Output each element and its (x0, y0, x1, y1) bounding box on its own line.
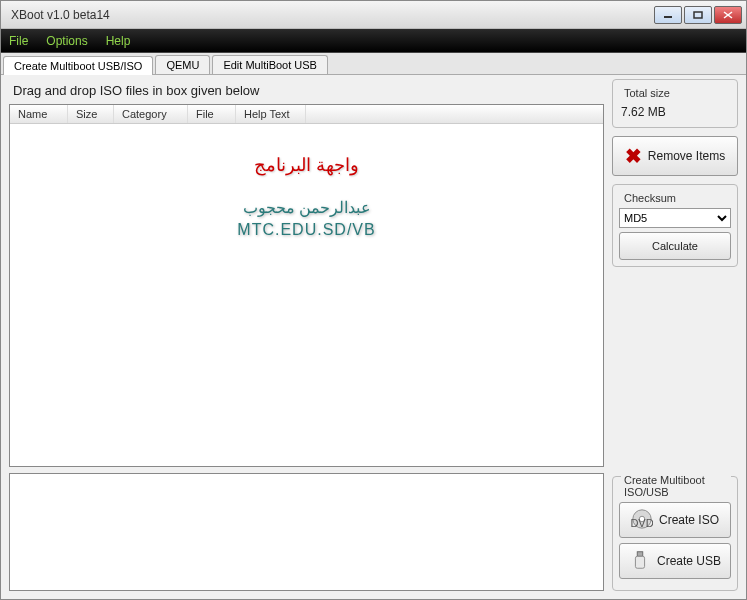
col-file[interactable]: File (188, 105, 236, 123)
remove-items-button[interactable]: ✖ Remove Items (612, 136, 738, 176)
col-name[interactable]: Name (10, 105, 68, 123)
menu-help[interactable]: Help (106, 34, 131, 48)
menubar: File Options Help (1, 29, 746, 53)
col-category[interactable]: Category (114, 105, 188, 123)
checksum-group: Checksum MD5 Calculate (612, 184, 738, 267)
titlebar: XBoot v1.0 beta14 (1, 1, 746, 29)
tab-qemu[interactable]: QEMU (155, 55, 210, 74)
window-controls (654, 6, 742, 24)
watermark-overlay: واجهة البرنامج عبدالرحمن محجوب MTC.EDU.S… (10, 154, 603, 239)
create-group: Create Multiboot ISO/USB DVD Create ISO … (612, 476, 738, 591)
tabstrip: Create Multiboot USB/ISO QEMU Edit Multi… (1, 53, 746, 75)
menu-file[interactable]: File (9, 34, 28, 48)
overlay-line3: MTC.EDU.SD/VB (10, 221, 603, 239)
window-title: XBoot v1.0 beta14 (5, 8, 654, 22)
svg-rect-1 (694, 12, 702, 18)
svg-rect-8 (635, 556, 644, 568)
spacer (612, 275, 738, 468)
minimize-button[interactable] (654, 6, 682, 24)
remove-items-label: Remove Items (648, 149, 725, 163)
maximize-button[interactable] (684, 6, 712, 24)
calculate-button[interactable]: Calculate (619, 232, 731, 260)
close-button[interactable] (714, 6, 742, 24)
list-body[interactable]: واجهة البرنامج عبدالرحمن محجوب MTC.EDU.S… (10, 124, 603, 466)
right-pane: Total size 7.62 MB ✖ Remove Items Checks… (612, 79, 738, 591)
col-size[interactable]: Size (68, 105, 114, 123)
app-window: XBoot v1.0 beta14 File Options Help Crea… (0, 0, 747, 600)
total-size-label: Total size (621, 87, 673, 99)
tab-edit-multiboot[interactable]: Edit MultiBoot USB (212, 55, 328, 74)
create-usb-button[interactable]: Create USB (619, 543, 731, 579)
tab-create-multiboot[interactable]: Create Multiboot USB/ISO (3, 56, 153, 75)
usb-icon (629, 549, 651, 574)
create-usb-label: Create USB (657, 554, 721, 568)
svg-rect-7 (637, 551, 643, 556)
overlay-line2: عبدالرحمن محجوب (10, 198, 603, 217)
total-size-group: Total size 7.62 MB (612, 79, 738, 128)
checksum-select[interactable]: MD5 (619, 208, 731, 228)
iso-list[interactable]: Name Size Category File Help Text واجهة … (9, 104, 604, 467)
overlay-line1: واجهة البرنامج (10, 154, 603, 176)
left-pane: Drag and drop ISO files in box given bel… (9, 79, 604, 591)
total-size-value: 7.62 MB (619, 103, 731, 121)
column-headers: Name Size Category File Help Text (10, 105, 603, 124)
disc-icon: DVD (631, 508, 653, 533)
col-help[interactable]: Help Text (236, 105, 306, 123)
svg-text:DVD: DVD (631, 517, 653, 529)
create-group-label: Create Multiboot ISO/USB (621, 474, 731, 498)
remove-x-icon: ✖ (625, 144, 642, 168)
instruction-text: Drag and drop ISO files in box given bel… (9, 79, 604, 104)
content-area: Drag and drop ISO files in box given bel… (1, 75, 746, 599)
create-iso-label: Create ISO (659, 513, 719, 527)
checksum-label: Checksum (621, 192, 679, 204)
create-iso-button[interactable]: DVD Create ISO (619, 502, 731, 538)
bottom-panel (9, 473, 604, 591)
menu-options[interactable]: Options (46, 34, 87, 48)
